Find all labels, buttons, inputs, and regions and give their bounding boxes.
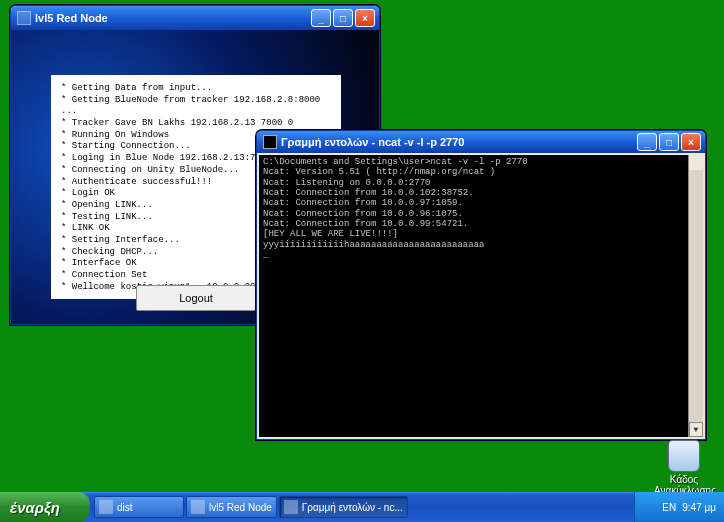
- cmd-terminal[interactable]: C:\Documents and Settings\user>ncat -v -…: [259, 155, 703, 437]
- cmd-line: C:\Documents and Settings\user>ncat -v -…: [263, 157, 528, 167]
- taskbar-item-cmd[interactable]: Γραμμή εντολών - nc...: [279, 496, 408, 518]
- clock[interactable]: 9:47 μμ: [682, 502, 716, 513]
- cmd-line: Ncat: Connection from 10.0.0.97:1059.: [263, 198, 463, 208]
- desktop: lvl5 Red Node _ □ × Getting Data from in…: [0, 0, 724, 522]
- app-icon: [191, 500, 205, 514]
- cmd-line: Ncat: Connection from 10.0.0.96:1075.: [263, 209, 463, 219]
- taskbar-item-dist[interactable]: dist: [94, 496, 184, 518]
- taskbar-item-label: dist: [117, 502, 133, 513]
- logout-button[interactable]: Logout: [136, 285, 256, 311]
- scrollbar[interactable]: ▲ ▼: [688, 155, 703, 437]
- folder-icon: [99, 500, 113, 514]
- app-icon: [17, 11, 31, 25]
- rednode-title: lvl5 Red Node: [35, 12, 311, 24]
- minimize-button[interactable]: _: [311, 9, 331, 27]
- log-line: Getting Data from input...: [61, 83, 331, 95]
- cmd-line: Ncat: Version 5.51 ( http://nmap.org/nca…: [263, 167, 495, 177]
- cmd-title: Γραμμή εντολών - ncat -v -l -p 2770: [281, 136, 637, 148]
- cmd-line: [HEY ALL WE ARE LIVE!!!!]: [263, 229, 398, 239]
- language-indicator[interactable]: EN: [662, 502, 676, 513]
- scroll-down-icon[interactable]: ▼: [689, 422, 703, 437]
- task-items: dist lvl5 Red Node Γραμμή εντολών - nc..…: [90, 492, 634, 522]
- cmd-titlebar[interactable]: Γραμμή εντολών - ncat -v -l -p 2770 _ □ …: [257, 131, 705, 153]
- cmd-line: _: [263, 250, 268, 260]
- scroll-track[interactable]: [689, 170, 703, 422]
- system-tray[interactable]: EN 9:47 μμ: [634, 492, 724, 522]
- maximize-button[interactable]: □: [333, 9, 353, 27]
- cmd-icon: [263, 135, 277, 149]
- maximize-button[interactable]: □: [659, 133, 679, 151]
- taskbar-item-label: lvl5 Red Node: [209, 502, 272, 513]
- taskbar-item-rednode[interactable]: lvl5 Red Node: [186, 496, 277, 518]
- cmd-line: yyyiiiiiiiiiiiihaaaaaaaaaaaaaaaaaaaaaaaa…: [263, 240, 484, 250]
- log-line: Tracker Gave BN Lakhs 192.168.2.13 7000 …: [61, 118, 331, 130]
- rednode-titlebar[interactable]: lvl5 Red Node _ □ ×: [11, 6, 379, 30]
- cmd-line: Ncat: Connection from 10.0.0.102:38752.: [263, 188, 474, 198]
- cmd-window: Γραμμή εντολών - ncat -v -l -p 2770 _ □ …: [256, 130, 706, 440]
- cmd-line: Ncat: Listening on 0.0.0.0:2770: [263, 178, 430, 188]
- cmd-line: Ncat: Connection from 10.0.0.99:54721.: [263, 219, 468, 229]
- taskbar-item-label: Γραμμή εντολών - nc...: [302, 502, 403, 513]
- minimize-button[interactable]: _: [637, 133, 657, 151]
- recycle-bin-icon: [668, 440, 700, 472]
- close-button[interactable]: ×: [681, 133, 701, 151]
- cmd-icon: [284, 500, 298, 514]
- recycle-bin[interactable]: Κάδος Ανακύκλωσης: [654, 440, 714, 496]
- close-button[interactable]: ×: [355, 9, 375, 27]
- start-button[interactable]: έναρξη: [0, 492, 90, 522]
- taskbar: έναρξη dist lvl5 Red Node Γραμμή εντολών…: [0, 492, 724, 522]
- log-line: Getting BlueNode from tracker 192.168.2.…: [61, 95, 331, 118]
